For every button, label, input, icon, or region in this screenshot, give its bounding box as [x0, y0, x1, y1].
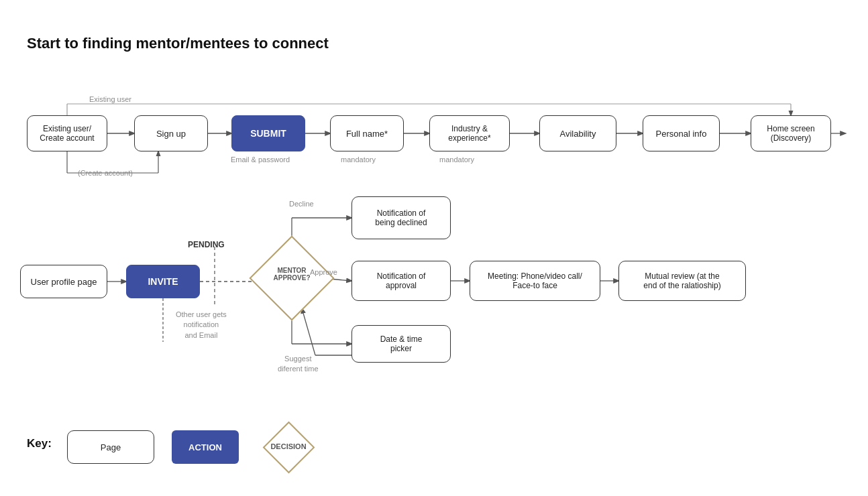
- label-mandatory-1: mandatory: [341, 156, 376, 164]
- label-other-user: Other user gets notification and Email: [176, 310, 227, 340]
- page-title: Start to finding mentor/mentees to conne…: [27, 35, 329, 52]
- box-industry: Industry & experience*: [429, 115, 510, 151]
- box-notifyapproval: Notification of approval: [351, 261, 451, 301]
- box-personalinfo: Personal info: [643, 115, 720, 151]
- label-mandatory-2: mandatory: [439, 156, 474, 164]
- label-pending: PENDING: [188, 240, 225, 249]
- box-signup: Sign up: [134, 115, 208, 151]
- box-meeting: Meeting: Phone/video call/ Face-to face: [470, 261, 600, 301]
- box-invite: INVITE: [126, 265, 200, 298]
- box-submit: SUBMIT: [231, 115, 305, 151]
- box-existing: Existing user/ Create account: [27, 115, 107, 151]
- svg-line-26: [302, 308, 315, 355]
- label-decline: Decline: [289, 200, 314, 208]
- box-mutualreview: Mutual review (at the end of the ralatio…: [618, 261, 746, 301]
- diamond-mentor-approve-label: MENTOR APPROVE?: [268, 267, 315, 282]
- box-userprofile: User profile page: [20, 265, 107, 298]
- label-email-password: Email & password: [231, 156, 290, 164]
- key-page-box: Page: [67, 430, 154, 464]
- box-notifydeclined: Notification of being declined: [351, 196, 451, 239]
- key-diamond-label: DECISION: [266, 442, 311, 450]
- label-existing-user: Existing user: [89, 95, 131, 103]
- label-create-account: (Create account): [78, 169, 133, 177]
- box-availability: Avilability: [539, 115, 616, 151]
- box-fullname: Full name*: [330, 115, 404, 151]
- key-label: Key:: [27, 437, 52, 450]
- box-homescreen: Home screen (Discovery): [751, 115, 831, 151]
- key-diamond-wrap: DECISION: [262, 424, 315, 471]
- box-datetimepicker: Date & time picker: [351, 325, 451, 363]
- label-suggest-time: Suggest diferent time: [278, 354, 319, 375]
- key-action-box: ACTION: [172, 430, 239, 464]
